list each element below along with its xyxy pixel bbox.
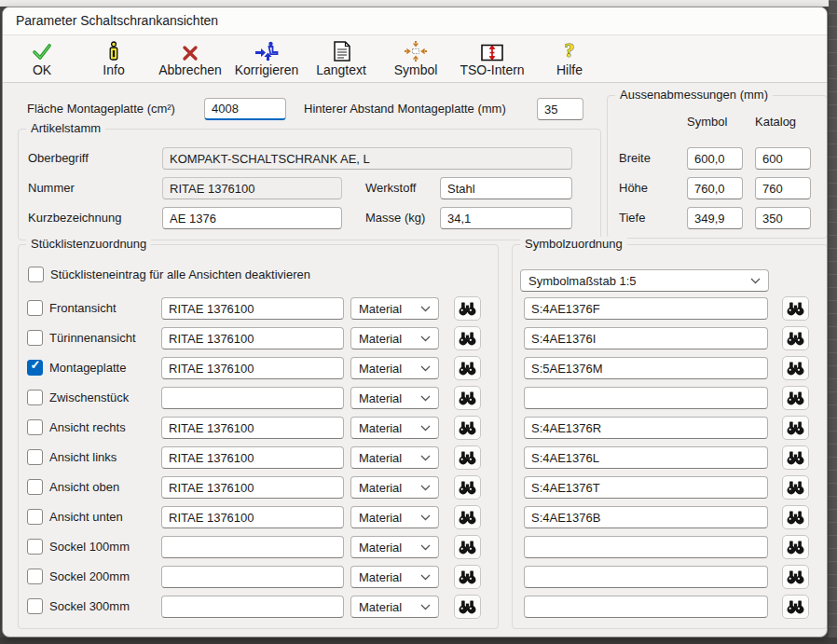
search-symbol-button[interactable] (782, 326, 809, 350)
chevron-down-icon (420, 544, 431, 551)
korrigieren-button[interactable]: Korrigieren (224, 37, 309, 80)
view-checkbox[interactable] (27, 300, 43, 316)
hoehe-symbol-input[interactable] (687, 177, 743, 199)
material-dropdown[interactable]: Material (350, 566, 439, 588)
material-dropdown[interactable]: Material (350, 596, 439, 618)
article-number-input[interactable] (161, 297, 344, 320)
view-checkbox[interactable] (27, 330, 43, 346)
material-dropdown[interactable]: Material (350, 417, 439, 439)
hinterer-abstand-input[interactable] (537, 98, 583, 120)
search-article-button[interactable] (454, 326, 481, 350)
material-dropdown[interactable]: Material (350, 446, 439, 469)
flaeche-montageplatte-input[interactable] (204, 98, 286, 120)
tiefe-symbol-input[interactable] (687, 207, 743, 229)
material-dropdown[interactable]: Material (350, 327, 439, 349)
search-symbol-button[interactable] (782, 505, 809, 529)
hoehe-katalog-input[interactable] (755, 177, 811, 199)
hoehe-label: Höhe (619, 177, 648, 199)
search-article-button[interactable] (454, 595, 481, 619)
info-button[interactable]: Info (71, 37, 157, 80)
search-article-button[interactable] (454, 416, 481, 440)
search-symbol-button[interactable] (782, 595, 809, 619)
deactivate-all-checkbox[interactable] (28, 267, 44, 282)
article-number-input[interactable] (161, 357, 344, 379)
symbol-name-input[interactable] (524, 506, 768, 528)
symbol-name-input[interactable] (524, 536, 768, 558)
breite-label: Breite (619, 147, 651, 170)
search-symbol-button[interactable] (782, 356, 809, 380)
article-number-input[interactable] (161, 536, 344, 558)
nummer-input[interactable] (162, 177, 342, 199)
masse-label: Masse (kg) (365, 207, 425, 229)
nummer-label: Nummer (28, 177, 75, 199)
view-checkbox[interactable] (27, 419, 43, 435)
oberbegriff-input[interactable] (162, 147, 572, 170)
article-number-input[interactable] (161, 327, 344, 349)
symbol-name-input[interactable] (524, 566, 768, 588)
binoculars-icon (787, 421, 804, 435)
view-checkbox[interactable] (27, 539, 43, 555)
article-number-input[interactable] (161, 417, 344, 439)
symbol-name-input[interactable] (524, 327, 768, 349)
article-number-input[interactable] (161, 596, 344, 618)
breite-symbol-input[interactable] (687, 147, 743, 170)
tso-intern-button-label: TSO-Intern (460, 62, 524, 77)
view-checkbox[interactable] (27, 509, 43, 525)
binoculars-icon (787, 391, 804, 405)
symbol-name-input[interactable] (524, 417, 768, 439)
tiefe-katalog-input[interactable] (755, 207, 811, 229)
search-article-button[interactable] (454, 386, 481, 410)
search-article-button[interactable] (454, 565, 481, 589)
material-dropdown[interactable]: Material (350, 506, 439, 528)
material-dropdown[interactable]: Material (350, 476, 439, 499)
kurzbezeichnung-input[interactable] (162, 207, 342, 229)
material-dropdown[interactable]: Material (350, 297, 439, 320)
tso-intern-button[interactable]: TSO-Intern (449, 37, 535, 80)
article-number-input[interactable] (161, 566, 344, 588)
view-checkbox[interactable] (27, 449, 43, 465)
search-symbol-button[interactable] (782, 475, 809, 500)
article-number-input[interactable] (161, 476, 344, 499)
langtext-button[interactable]: Langtext (298, 37, 384, 80)
stuecklistenzuordnung-legend: Stücklistenzuordnung (26, 237, 151, 251)
symbol-name-input[interactable] (524, 446, 768, 469)
search-article-button[interactable] (454, 445, 481, 470)
symbol-name-input[interactable] (524, 297, 768, 320)
breite-katalog-input[interactable] (755, 147, 811, 170)
material-dropdown-value: Material (359, 302, 402, 316)
article-number-input[interactable] (161, 506, 344, 528)
view-checkbox[interactable] (27, 479, 43, 495)
search-symbol-button[interactable] (782, 445, 809, 470)
view-checkbox[interactable] (27, 569, 43, 584)
search-article-button[interactable] (454, 475, 481, 500)
article-number-input[interactable] (161, 446, 344, 469)
view-checkbox[interactable] (27, 598, 43, 614)
search-article-button[interactable] (454, 505, 481, 529)
view-label: Ansicht rechts (49, 417, 126, 439)
article-number-input[interactable] (161, 387, 344, 409)
symbolmassstab-dropdown[interactable]: Symbolmaßstab 1:5 (520, 269, 769, 292)
search-article-button[interactable] (454, 535, 481, 559)
view-checkbox[interactable] (27, 360, 43, 376)
symbol-name-input[interactable] (524, 596, 768, 618)
search-symbol-button[interactable] (782, 535, 809, 559)
chevron-down-icon (420, 336, 431, 342)
hilfe-button[interactable]: ? Hilfe (527, 37, 612, 80)
masse-input[interactable] (440, 207, 572, 229)
material-dropdown[interactable]: Material (350, 357, 439, 379)
symbol-name-input[interactable] (524, 387, 768, 409)
material-dropdown[interactable]: Material (350, 536, 439, 558)
view-checkbox[interactable] (27, 390, 43, 405)
search-article-button[interactable] (454, 356, 481, 380)
werkstoff-input[interactable] (440, 177, 572, 199)
material-dropdown[interactable]: Material (350, 387, 439, 409)
search-symbol-button[interactable] (782, 296, 809, 321)
search-symbol-button[interactable] (782, 416, 809, 440)
symbol-name-input[interactable] (524, 357, 768, 379)
search-symbol-button[interactable] (782, 565, 809, 589)
abbrechen-button[interactable]: Abbrechen (147, 37, 233, 80)
search-article-button[interactable] (454, 296, 481, 321)
search-symbol-button[interactable] (782, 386, 809, 410)
symbol-name-input[interactable] (524, 476, 768, 499)
symbol-button[interactable]: Symbol (373, 37, 459, 80)
